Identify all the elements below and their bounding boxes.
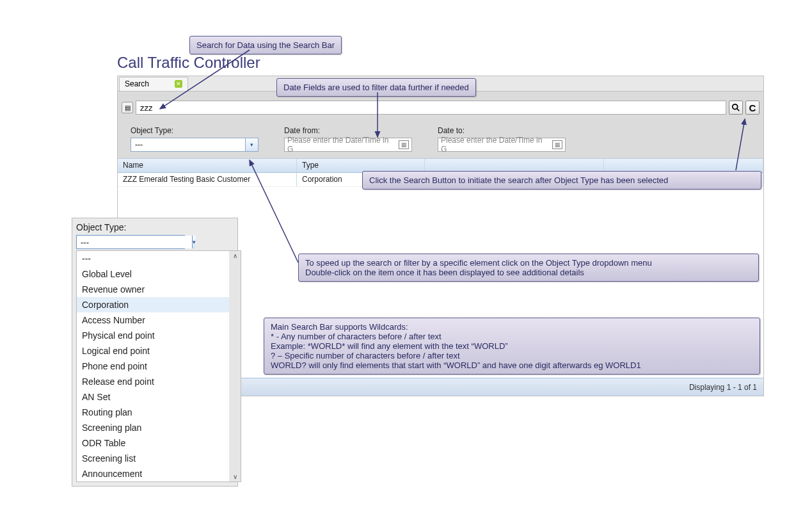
callout-wildcards-l5: WORLD? will only find elements that star… [271,360,753,370]
callout-wildcards-l4: ? – Specific number of characters before… [271,351,753,360]
scrollbar[interactable]: ∧ ∨ [229,251,241,481]
date-from-group: Date from: Please enter the Date/Time in… [284,126,412,152]
popup-list-item[interactable]: Access Number [77,312,241,328]
grid-footer-text: Displaying 1 - 1 of 1 [689,383,757,392]
popup-combo-input[interactable] [77,236,192,248]
popup-list-item[interactable]: Screening list [77,451,241,466]
callout-wildcards-l3: Example: *WORLD* will find any element w… [271,341,753,351]
calendar-icon[interactable]: ▦ [552,140,562,149]
chevron-down-icon[interactable]: ▾ [245,138,258,151]
callout-searchbar: Search for Data using the Search Bar [189,36,342,54]
col-header-date[interactable] [604,159,763,172]
search-menu-icon[interactable]: ▤ [122,102,133,113]
scroll-up-icon[interactable]: ∧ [233,252,237,259]
callout-objecttype-l2: Double-click on the item once it has bee… [305,268,752,277]
clear-button[interactable]: C [745,101,760,115]
popup-list-item[interactable]: AN Set [77,389,241,405]
date-from-placeholder: Please enter the Date/Time in G [287,136,396,154]
popup-list-item[interactable]: Phone end point [77,359,241,374]
search-input[interactable] [136,101,726,115]
popup-list-item[interactable]: Corporation [77,297,241,312]
object-type-popup: Object Type: ▾ ---Global LevelRevenue ow… [72,218,238,487]
svg-line-1 [737,109,740,111]
popup-combo[interactable]: ▾ [76,235,185,249]
callout-searchbutton: Click the Search Button to initiate the … [362,171,761,190]
object-type-label: Object Type: [131,126,259,135]
popup-list-item[interactable]: --- [77,251,241,266]
object-type-group: Object Type: ▾ [131,126,259,152]
popup-list-item[interactable]: Routing plan [77,405,241,420]
close-icon[interactable]: ✕ [175,80,182,88]
popup-label: Object Type: [76,222,234,232]
calendar-icon[interactable]: ▦ [399,140,409,149]
col-header-type[interactable]: Type [297,159,425,172]
date-to-placeholder: Please enter the Date/Time in G [441,136,550,154]
page-title: Call Traffic Controller [117,54,260,72]
popup-list-item[interactable]: Announcement [77,466,241,481]
magnifier-icon [731,103,740,112]
scroll-down-icon[interactable]: ∨ [233,473,237,480]
popup-list-item[interactable]: Global Level [77,266,241,282]
search-button[interactable] [729,101,743,115]
col-header-name[interactable]: Name [118,159,297,172]
callout-wildcards-l1: Main Search Bar supports Wildcards: [271,322,753,332]
date-to-input[interactable]: Please enter the Date/Time in G ▦ [438,138,566,152]
callout-objecttype: To speed up the search or filter by a sp… [298,254,759,282]
callout-wildcards: Main Search Bar supports Wildcards: * - … [264,318,760,375]
tab-label: Search [125,79,149,88]
popup-list-item[interactable]: ODR Table [77,435,241,451]
date-to-label: Date to: [438,126,566,135]
date-to-group: Date to: Please enter the Date/Time in G… [438,126,566,152]
popup-list-item[interactable]: Screening plan [77,420,241,435]
object-type-combo[interactable]: ▾ [131,138,259,152]
chevron-down-icon[interactable]: ▾ [192,236,196,248]
cell-name: ZZZ Emerald Testing Basic Customer [118,173,297,186]
date-from-label: Date from: [284,126,412,135]
date-from-input[interactable]: Please enter the Date/Time in G ▦ [284,138,412,152]
tab-search[interactable]: Search ✕ [119,77,188,91]
callout-datefields: Date Fields are used to filter data furt… [276,78,476,97]
svg-point-0 [733,104,738,109]
filter-row: Object Type: ▾ Date from: Please enter t… [118,118,763,158]
popup-list-item[interactable]: Revenue owner [77,282,241,297]
popup-list: ---Global LevelRevenue ownerCorporationA… [76,250,241,482]
popup-list-item[interactable]: Physical end point [77,328,241,343]
popup-list-item[interactable]: Release end point [77,374,241,389]
callout-objecttype-l1: To speed up the search or filter by a sp… [305,258,752,268]
callout-wildcards-l2: * - Any number of characters before / af… [271,332,753,341]
col-header-rev[interactable] [425,159,604,172]
object-type-value[interactable] [131,138,245,151]
popup-list-item[interactable]: Logical end point [77,343,241,359]
